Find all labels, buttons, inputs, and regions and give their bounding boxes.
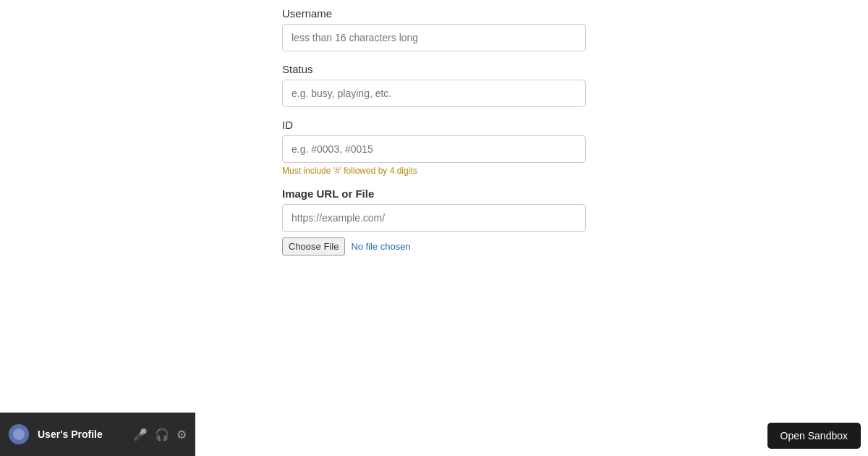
status-input[interactable]: [282, 80, 586, 107]
profile-name: User's Profile: [38, 428, 124, 440]
image-url-field-group: Image URL or File Choose File No file ch…: [282, 187, 586, 256]
id-label: ID: [282, 119, 586, 131]
id-input[interactable]: [282, 135, 586, 163]
avatar: [9, 424, 29, 444]
id-hint: Must include '#' followed by 4 digits: [282, 166, 586, 176]
bottom-bar: User's Profile 🎤 🎧 ⚙: [0, 413, 195, 456]
choose-file-button[interactable]: Choose File: [282, 237, 345, 256]
avatar-inner: [13, 428, 25, 440]
image-url-label: Image URL or File: [282, 187, 586, 200]
image-url-input[interactable]: [282, 204, 586, 232]
no-file-chosen-text: No file chosen: [351, 241, 410, 252]
settings-icon[interactable]: ⚙: [176, 428, 187, 442]
username-input[interactable]: [282, 24, 586, 51]
bottom-icons: 🎤 🎧 ⚙: [133, 428, 187, 442]
headphones-icon[interactable]: 🎧: [155, 428, 169, 442]
open-sandbox-button[interactable]: Open Sandbox: [767, 423, 861, 449]
status-field-group: Status: [282, 63, 586, 107]
username-field-group: Username: [282, 7, 586, 51]
main-content: Username Status ID Must include '#' foll…: [0, 0, 868, 456]
status-label: Status: [282, 63, 586, 75]
form-section: Username Status ID Must include '#' foll…: [282, 7, 586, 267]
file-input-row: Choose File No file chosen: [282, 237, 586, 256]
username-label: Username: [282, 7, 586, 20]
id-field-group: ID Must include '#' followed by 4 digits: [282, 119, 586, 176]
mic-icon[interactable]: 🎤: [133, 428, 148, 442]
